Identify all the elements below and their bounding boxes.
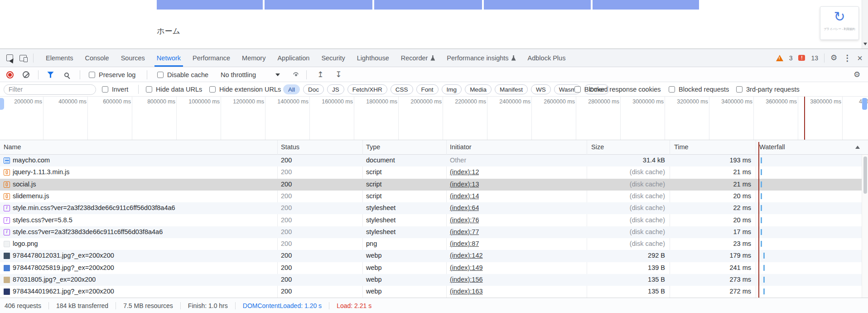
filter-pill-manifest[interactable]: Manifest <box>495 84 528 94</box>
timeline-right-handle[interactable] <box>862 98 867 110</box>
column-header-type[interactable]: Type <box>366 143 380 151</box>
close-devtools-icon[interactable]: × <box>857 54 863 63</box>
page-nav-item-0[interactable] <box>157 0 263 10</box>
filter-pill-all[interactable]: All <box>283 84 300 94</box>
device-toolbar-icon[interactable] <box>19 55 27 61</box>
request-row[interactable]: /style.min.css?ver=2a3f238d3de66c911c6ff… <box>0 202 868 214</box>
preserve-log-checkbox[interactable]: Preserve log <box>89 67 135 82</box>
blocked-response-cookies-checkbox[interactable]: Blocked response cookies <box>574 82 661 97</box>
request-initiator[interactable]: (index):12 <box>450 168 479 176</box>
tab-security[interactable]: Security <box>315 49 351 67</box>
tab-memory[interactable]: Memory <box>236 49 271 67</box>
request-initiator[interactable]: (index):76 <box>450 216 479 224</box>
network-conditions-button[interactable] <box>292 67 299 82</box>
column-header-size[interactable]: Size <box>591 143 604 151</box>
request-row[interactable]: ()jquery-1.11.3.min.js200script(index):1… <box>0 166 868 178</box>
sort-ascending-icon[interactable] <box>855 146 860 149</box>
tab-network[interactable]: Network <box>151 49 187 67</box>
error-icon[interactable]: ! <box>798 55 805 61</box>
page-nav-item-2[interactable] <box>374 0 482 10</box>
filter-pill-doc[interactable]: Doc <box>303 84 324 94</box>
request-row[interactable]: /styles.css?ver=5.8.5200stylesheet(index… <box>0 215 868 226</box>
record-button[interactable] <box>6 67 14 82</box>
third-party-requests-checkbox[interactable]: 3rd-party requests <box>736 82 800 97</box>
column-header-name[interactable]: Name <box>4 143 21 151</box>
table-scrollbar[interactable] <box>862 155 868 298</box>
page-nav-item-4[interactable] <box>593 0 699 10</box>
request-initiator[interactable]: (index):156 <box>450 276 483 283</box>
invert-checkbox[interactable]: Invert <box>102 82 128 97</box>
filter-toggle-button[interactable] <box>47 67 54 82</box>
hide-data-urls-checkbox[interactable]: Hide data URLs <box>146 82 202 97</box>
warning-count[interactable]: 3 <box>789 54 793 62</box>
request-row[interactable]: 9784478012031.jpg?_ex=200x200200webp(ind… <box>0 250 868 262</box>
column-header-waterfall[interactable]: Waterfall <box>759 143 785 151</box>
page-nav-item-3[interactable] <box>484 0 591 10</box>
recaptcha-badge[interactable]: ↻ プライバシー - 利用規約 <box>820 6 859 40</box>
request-initiator[interactable]: (index):14 <box>450 192 479 200</box>
hide-extension-urls-checkbox[interactable]: Hide extension URLs <box>209 82 281 97</box>
export-har-button[interactable]: ↧ <box>335 67 342 82</box>
throttling-dropdown-arrow[interactable] <box>275 67 280 82</box>
blocked-requests-checkbox[interactable]: Blocked requests <box>669 82 729 97</box>
tab-recorder[interactable]: Recorder <box>395 49 441 67</box>
settings-gear-icon[interactable]: ⚙ <box>830 54 837 62</box>
tab-console[interactable]: Console <box>79 49 115 67</box>
filter-pill-fetch-xhr[interactable]: Fetch/XHR <box>347 84 387 94</box>
network-overview-timeline[interactable]: 200000 ms400000 ms600000 ms800000 ms1000… <box>0 97 868 140</box>
request-initiator[interactable]: (index):163 <box>450 288 483 295</box>
tab-performance-insights[interactable]: Performance insights <box>441 49 521 67</box>
tab-application[interactable]: Application <box>271 49 315 67</box>
request-row[interactable]: 9784344019621.jpg?_ex=200x200200webp(ind… <box>0 286 868 298</box>
timeline-left-handle[interactable] <box>0 98 4 110</box>
column-header-time[interactable]: Time <box>674 143 689 151</box>
throttling-select[interactable]: No throttling <box>221 67 256 82</box>
request-initiator[interactable]: (index):77 <box>450 228 479 235</box>
import-har-button[interactable]: ↥ <box>317 67 323 82</box>
request-size: (disk cache) <box>589 181 665 188</box>
request-initiator[interactable]: (index):142 <box>450 252 483 259</box>
request-initiator[interactable]: (index):64 <box>450 204 479 211</box>
network-settings-button[interactable]: ⚙ <box>854 67 860 82</box>
disable-cache-checkbox[interactable]: Disable cache <box>157 67 208 82</box>
filter-pill-font[interactable]: Font <box>416 84 439 94</box>
request-row[interactable]: maycho.com200documentOther31.4 kB193 ms <box>0 155 868 166</box>
tab-adblock-plus[interactable]: Adblock Plus <box>522 49 572 67</box>
request-initiator[interactable]: (index):149 <box>450 264 483 271</box>
error-count[interactable]: 13 <box>811 54 818 62</box>
filter-pill-media[interactable]: Media <box>465 84 492 94</box>
request-initiator[interactable]: (index):87 <box>450 240 479 247</box>
divider <box>33 54 34 63</box>
filter-pill-img[interactable]: Img <box>442 84 462 94</box>
filter-pill-css[interactable]: CSS <box>391 84 413 94</box>
waterfall-bar <box>761 217 762 223</box>
column-header-initiator[interactable]: Initiator <box>450 143 472 151</box>
request-name: 9784478025819.jpg?_ex=200x200 <box>13 264 114 271</box>
filter-pill-ws[interactable]: WS <box>531 84 551 94</box>
waterfall-bar <box>763 289 765 294</box>
request-row[interactable]: ()social.js200script(index):13(disk cach… <box>0 179 868 191</box>
timeline-tick <box>443 97 443 140</box>
tab-elements[interactable]: Elements <box>40 49 79 67</box>
page-nav-item-1[interactable] <box>265 0 372 10</box>
request-row[interactable]: 9784478025819.jpg?_ex=200x200200webp(ind… <box>0 262 868 274</box>
tab-lighthouse[interactable]: Lighthouse <box>351 49 395 67</box>
filter-input[interactable] <box>4 84 96 95</box>
table-scrollbar-thumb[interactable] <box>863 156 867 194</box>
request-row[interactable]: ()slidemenu.js200script(index):14(disk c… <box>0 191 868 202</box>
request-initiator[interactable]: (index):13 <box>450 181 479 188</box>
request-type: webp <box>366 288 382 295</box>
request-row[interactable]: 87031805.jpg?_ex=200x200200webp(index):1… <box>0 274 868 286</box>
clear-button[interactable] <box>23 67 29 82</box>
filter-pill-js[interactable]: JS <box>327 84 344 94</box>
column-header-status[interactable]: Status <box>281 143 299 151</box>
more-options-icon[interactable]: ⋮ <box>843 54 851 62</box>
inspect-element-icon[interactable] <box>6 54 13 61</box>
tab-sources[interactable]: Sources <box>115 49 151 67</box>
search-button[interactable] <box>64 67 69 82</box>
request-row[interactable]: /style.css?ver=2a3f238d3de66c911c6ff56d0… <box>0 226 868 238</box>
tab-performance[interactable]: Performance <box>187 49 236 67</box>
page-scroll-down-button[interactable] <box>862 40 868 47</box>
request-row[interactable]: logo.png200png(index):87(disk cache)23 m… <box>0 238 868 250</box>
warning-icon[interactable] <box>776 55 783 61</box>
